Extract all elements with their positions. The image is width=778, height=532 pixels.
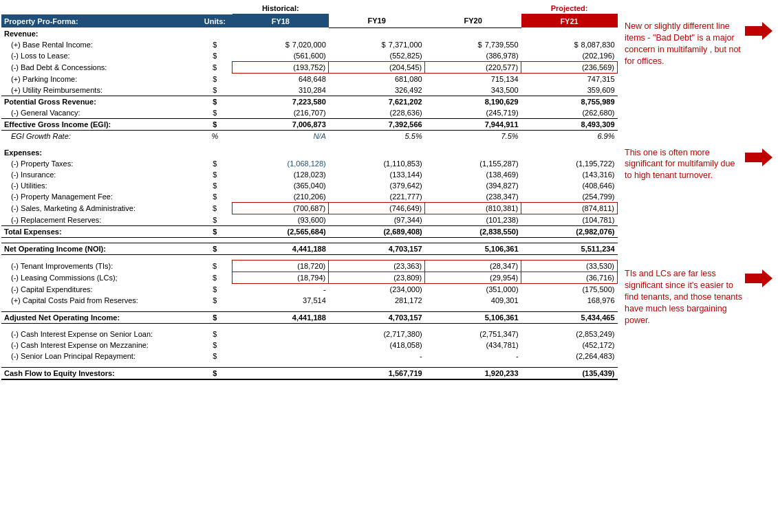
cap-costs-reserves-row: (+) Capital Costs Paid from Reserves: $ … xyxy=(1,295,618,306)
spacer6 xyxy=(1,362,618,367)
pro-forma-table: Historical: Projected: Property Pro-Form… xyxy=(1,3,618,380)
utility-reimb-row: (+) Utility Reimbursements: $ 310,284 32… xyxy=(1,85,618,96)
egi-growth-label: EGI Growth Rate: xyxy=(1,131,197,142)
revenue-section-header: Revenue: xyxy=(1,27,618,39)
ann1-content: New or slightly different line items - "… xyxy=(625,21,744,67)
svg-marker-2 xyxy=(745,269,772,287)
fy18-header: FY18 xyxy=(233,14,329,27)
potential-gross-label: Potential Gross Revenue: xyxy=(1,96,197,108)
cash-flow-equity-label: Cash Flow to Equity Investors: xyxy=(1,367,197,379)
fy19-header: FY19 xyxy=(329,14,425,27)
base-rental-units: $ xyxy=(197,39,233,50)
adj-noi-row: Adjusted Net Operating Income: $ 4,441,1… xyxy=(1,311,618,323)
replacement-reserves-row: (-) Replacement Reserves: $ (93,600) (97… xyxy=(1,214,618,226)
base-rental-fy18: $7,020,000 xyxy=(233,39,329,50)
expenses-section-header: Expenses: xyxy=(1,147,618,158)
annotation-section: New or slightly different line items - "… xyxy=(619,0,778,383)
cash-int-senior-label: (-) Cash Interest Expense on Senior Loan… xyxy=(1,329,197,340)
historical-gap xyxy=(329,3,425,14)
fy21-header: FY21 xyxy=(521,14,618,27)
projected-header: Projected: xyxy=(521,3,618,14)
bad-debt-label: (-) Bad Debt & Concessions: xyxy=(1,62,197,74)
base-rental-fy20: $7,739,550 xyxy=(425,39,521,50)
revenue-label: Revenue: xyxy=(1,27,197,39)
ann1-row: New or slightly different line items - "… xyxy=(625,21,772,67)
svg-marker-0 xyxy=(745,22,772,40)
senior-principal-row: (-) Senior Loan Principal Repayment: $ -… xyxy=(1,351,618,362)
fy20-header: FY20 xyxy=(425,14,521,27)
arrow2-icon xyxy=(745,147,772,168)
parking-income-row: (+) Parking Income: $ 648,648 681,080 71… xyxy=(1,74,618,85)
loss-to-lease-row: (-) Loss to Lease: $ (561,600) (552,825)… xyxy=(1,50,618,62)
egi-growth-row: EGI Growth Rate: % N/A 5.5% 7.5% 6.9% xyxy=(1,131,618,142)
property-taxes-label: (-) Property Taxes: xyxy=(1,158,197,169)
ann2-content: This one is often more significant for m… xyxy=(625,147,744,182)
spacer5 xyxy=(1,323,618,329)
sales-mktg-label: (-) Sales, Marketing & Administrative: xyxy=(1,203,197,214)
base-rental-fy19: $7,371,000 xyxy=(329,39,425,50)
projected-gap xyxy=(425,3,521,14)
expenses-label: Expenses: xyxy=(1,147,197,158)
spacer4 xyxy=(1,306,618,311)
tis-label: (-) Tenant Improvements (TIs): xyxy=(1,261,197,272)
ann3-text: TIs and LCs are far less significant sin… xyxy=(625,269,742,325)
bad-debt-row: (-) Bad Debt & Concessions: $ (193,752) … xyxy=(1,62,618,74)
replacement-reserves-label: (-) Replacement Reserves: xyxy=(1,214,197,226)
spacer1 xyxy=(1,142,618,147)
property-taxes-row: (-) Property Taxes: $ (1,068,128) (1,110… xyxy=(1,158,618,169)
tis-row: (-) Tenant Improvements (TIs): $ (18,720… xyxy=(1,261,618,272)
senior-principal-label: (-) Senior Loan Principal Repayment: xyxy=(1,351,197,362)
base-rental-fy21: $8,087,830 xyxy=(521,39,618,50)
noi-label: Net Operating Income (NOI): xyxy=(1,243,197,255)
mgmt-fee-row: (-) Property Management Fee: $ (210,206)… xyxy=(1,191,618,203)
header-years-row: Property Pro-Forma: Units: FY18 FY19 FY2… xyxy=(1,14,618,27)
annotation-1: New or slightly different line items - "… xyxy=(625,21,772,67)
svg-marker-1 xyxy=(745,148,772,166)
spacer3 xyxy=(1,255,618,261)
potential-gross-row: Potential Gross Revenue: $ 7,223,580 7,6… xyxy=(1,96,618,108)
historical-header: Historical: xyxy=(233,3,329,14)
base-rental-label: (+) Base Rental Income: xyxy=(1,39,197,50)
insurance-row: (-) Insurance: $ (128,023) (133,144) (13… xyxy=(1,169,618,180)
cash-int-senior-row: (-) Cash Interest Expense on Senior Loan… xyxy=(1,329,618,340)
loss-to-lease-label: (-) Loss to Lease: xyxy=(1,50,197,62)
col-units-header xyxy=(197,3,233,14)
total-expenses-label: Total Expenses: xyxy=(1,226,197,238)
lcs-row: (-) Leasing Commissions (LCs); $ (18,794… xyxy=(1,272,618,284)
table-section: Historical: Projected: Property Pro-Form… xyxy=(0,0,619,383)
ann1-text: New or slightly different line items - "… xyxy=(625,21,741,66)
ann3-content: TIs and LCs are far less significant sin… xyxy=(625,268,744,326)
ann2-text: This one is often more significant for m… xyxy=(625,148,735,181)
parking-income-label: (+) Parking Income: xyxy=(1,74,197,85)
main-container: Historical: Projected: Property Pro-Form… xyxy=(0,0,778,383)
arrow3-icon xyxy=(745,268,772,289)
total-expenses-row: Total Expenses: $ (2,565,684) (2,689,408… xyxy=(1,226,618,238)
lcs-label: (-) Leasing Commissions (LCs); xyxy=(1,272,197,284)
insurance-label: (-) Insurance: xyxy=(1,169,197,180)
egi-row: Effective Gross Income (EGI): $ 7,006,87… xyxy=(1,119,618,131)
adj-noi-label: Adjusted Net Operating Income: xyxy=(1,311,197,323)
header-category-row: Historical: Projected: xyxy=(1,3,618,14)
ann3-row: TIs and LCs are far less significant sin… xyxy=(625,268,772,326)
general-vacancy-row: (-) General Vacancy: $ (216,707) (228,63… xyxy=(1,107,618,119)
arrow1-icon xyxy=(745,21,772,41)
cash-int-mezz-row: (-) Cash Interest Expense on Mezzanine: … xyxy=(1,340,618,351)
cash-int-mezz-label: (-) Cash Interest Expense on Mezzanine: xyxy=(1,340,197,351)
sales-mktg-row: (-) Sales, Marketing & Administrative: $… xyxy=(1,203,618,214)
ann2-row: This one is often more significant for m… xyxy=(625,147,772,182)
capex-row: (-) Capital Expenditures: $ - (234,000) … xyxy=(1,284,618,296)
col-label-header xyxy=(1,3,197,14)
annotation-2: This one is often more significant for m… xyxy=(625,147,772,182)
prop-proforma-label: Property Pro-Forma: xyxy=(1,14,197,27)
utilities-row: (-) Utilities: $ (365,040) (379,642) (39… xyxy=(1,180,618,191)
cash-flow-equity-row: Cash Flow to Equity Investors: $ 1,567,7… xyxy=(1,367,618,379)
capex-label: (-) Capital Expenditures: xyxy=(1,284,197,296)
mgmt-fee-label: (-) Property Management Fee: xyxy=(1,191,197,203)
annotation-3: TIs and LCs are far less significant sin… xyxy=(625,268,772,326)
base-rental-row: (+) Base Rental Income: $ $7,020,000 $7,… xyxy=(1,39,618,50)
egi-label: Effective Gross Income (EGI): xyxy=(1,119,197,131)
units-label: Units: xyxy=(197,14,233,27)
noi-row: Net Operating Income (NOI): $ 4,441,188 … xyxy=(1,243,618,255)
utilities-label: (-) Utilities: xyxy=(1,180,197,191)
cap-costs-reserves-label: (+) Capital Costs Paid from Reserves: xyxy=(1,295,197,306)
